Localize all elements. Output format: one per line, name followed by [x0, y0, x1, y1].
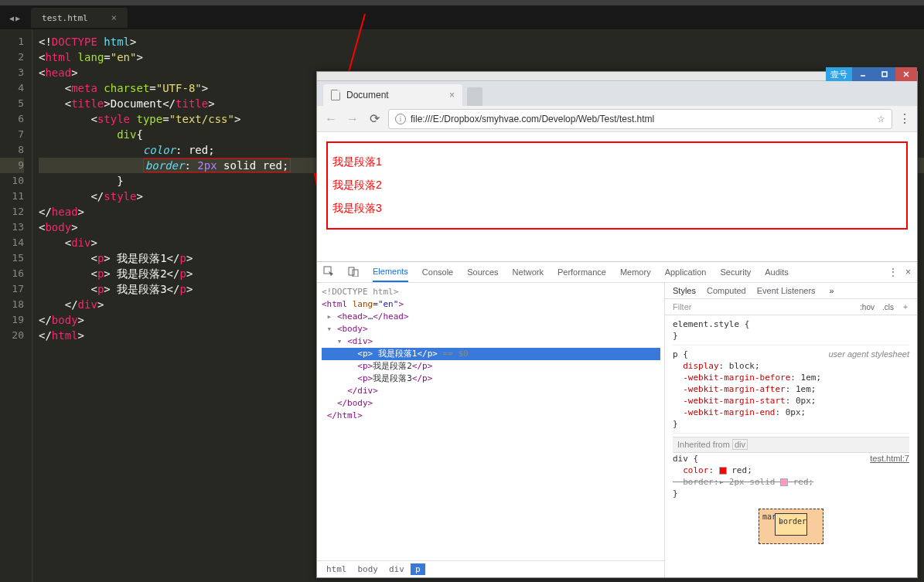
nav-back-button[interactable]: ← — [323, 112, 339, 126]
styles-hov-button[interactable]: :hov — [860, 303, 875, 311]
chrome-menu-button[interactable]: ⋮ — [898, 111, 911, 126]
rendered-p2: 我是段落2 — [332, 179, 902, 192]
devtools-tab-application[interactable]: Application — [665, 263, 707, 281]
svg-rect-6 — [349, 267, 354, 275]
window-label: 壹号 — [826, 67, 852, 81]
rule-p[interactable]: p {user agent stylesheet display: block;… — [673, 349, 909, 434]
el-doctype: <!DOCTYPE html> — [322, 287, 398, 297]
file-tab-test-html[interactable]: test.html × — [31, 8, 128, 28]
styles-tab-styles[interactable]: Styles — [673, 286, 696, 295]
chrome-tabstrip: Document × — [317, 81, 917, 106]
reload-button[interactable]: ⟳ — [367, 111, 382, 126]
devtools-tab-memory[interactable]: Memory — [620, 263, 651, 281]
url-text: file:///E:/Dropbox/smyhvae.com/Develop/W… — [411, 114, 654, 124]
rule-element-style[interactable]: element.style { } — [673, 318, 909, 345]
devtools-tab-network[interactable]: Network — [513, 263, 544, 281]
svg-rect-2 — [882, 72, 887, 77]
styles-cls-button[interactable]: .cls — [882, 303, 894, 311]
url-bar-row: ← → ⟳ i file:///E:/Dropbox/smyhvae.com/D… — [317, 106, 917, 132]
document-icon — [331, 90, 340, 100]
styles-tabs-more-icon[interactable]: » — [830, 286, 834, 295]
device-toggle-icon[interactable] — [348, 266, 359, 279]
window-minimize-button[interactable] — [852, 67, 874, 81]
devtools-selected-node[interactable]: <p> 我是段落1</p> == $0 — [322, 348, 660, 360]
devtools-tab-audits[interactable]: Audits — [765, 263, 789, 281]
crumb-body[interactable]: body — [353, 563, 384, 575]
devtools-tab-console[interactable]: Console — [422, 263, 453, 281]
code-line-1: <!DOCTYPE html> — [39, 34, 924, 49]
styles-tab-event[interactable]: Event Listeners — [757, 286, 816, 295]
tab-close-icon[interactable]: × — [111, 12, 117, 23]
nav-right-icon[interactable]: ▶ — [15, 14, 20, 22]
window-titlebar: 壹号 — [317, 72, 917, 81]
browser-tab-close-icon[interactable]: × — [449, 90, 455, 100]
window-maximize-button[interactable] — [874, 67, 895, 81]
devtools-elements-tree[interactable]: <!DOCTYPE html> <html lang="en"> ▸ <head… — [317, 283, 665, 560]
rule-div[interactable]: div {test.html:7 color: red; border:▸ 2p… — [673, 453, 909, 502]
browser-tab-label: Document — [346, 90, 389, 100]
svg-rect-7 — [353, 270, 358, 277]
devtools: Elements Console Sources Network Perform… — [317, 261, 917, 577]
new-tab-button[interactable] — [467, 87, 482, 106]
browser-tab-document[interactable]: Document × — [323, 84, 462, 106]
tab-nav-arrows: ◀ ▶ — [5, 14, 25, 22]
rendered-p1: 我是段落1 — [332, 155, 902, 169]
devtools-toolbar: Elements Console Sources Network Perform… — [317, 262, 917, 283]
window-close-button[interactable] — [895, 67, 917, 81]
editor-tab-row: ◀ ▶ test.html × — [0, 6, 924, 29]
rendered-p3: 我是段落3 — [332, 202, 902, 216]
styles-tab-computed[interactable]: Computed — [707, 286, 746, 295]
nav-left-icon[interactable]: ◀ — [9, 14, 14, 22]
devtools-breadcrumb: html body div p — [317, 560, 664, 577]
styles-add-rule-icon[interactable]: ＋ — [902, 301, 909, 312]
nav-forward-button[interactable]: → — [345, 112, 360, 126]
rule-source-link[interactable]: test.html:7 — [870, 453, 909, 465]
line-gutter: 1234567891011121314151617181920 — [0, 29, 32, 582]
crumb-div[interactable]: div — [384, 563, 409, 575]
rendered-page: 我是段落1 我是段落2 我是段落3 — [317, 132, 917, 261]
bookmark-star-icon[interactable]: ☆ — [877, 114, 885, 124]
devtools-close-icon[interactable]: × — [905, 267, 911, 277]
devtools-menu-icon[interactable]: ⋮ — [888, 267, 898, 277]
site-info-icon[interactable]: i — [395, 114, 406, 124]
crumb-p[interactable]: p — [411, 563, 425, 575]
devtools-tab-elements[interactable]: Elements — [373, 262, 408, 282]
inspect-element-icon[interactable] — [323, 266, 334, 279]
code-line-2: <html lang="en"> — [39, 49, 924, 65]
browser-window: 壹号 Document × ← → ⟳ i file:///E:/Dropbox… — [316, 71, 918, 578]
rendered-div: 我是段落1 我是段落2 我是段落3 — [326, 141, 908, 230]
styles-filter-input[interactable]: Filter — [673, 302, 852, 311]
box-model-diagram: margin 16 border - — [673, 509, 909, 544]
devtools-tab-performance[interactable]: Performance — [557, 263, 606, 281]
crumb-html[interactable]: html — [322, 563, 352, 575]
inherited-from-label: Inherited from div — [673, 437, 909, 453]
window-top-bar — [0, 0, 924, 6]
devtools-tab-security[interactable]: Security — [720, 263, 751, 281]
url-input[interactable]: i file:///E:/Dropbox/smyhvae.com/Develop… — [388, 109, 892, 129]
devtools-styles-panel: Styles Computed Event Listeners » Filter… — [665, 283, 917, 577]
file-tab-label: test.html — [42, 13, 88, 23]
devtools-tab-sources[interactable]: Sources — [467, 263, 498, 281]
